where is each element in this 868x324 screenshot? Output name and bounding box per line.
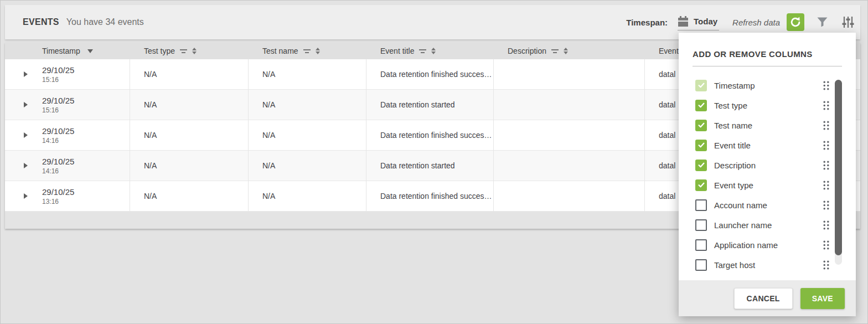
column-divider bbox=[130, 59, 130, 212]
column-checkbox[interactable] bbox=[695, 239, 707, 251]
cell-test-name: N/A bbox=[248, 151, 366, 181]
column-header-label: Test type bbox=[144, 47, 175, 55]
column-toggle-row: Event title bbox=[679, 135, 856, 155]
row-expander-icon[interactable] bbox=[24, 102, 28, 107]
cancel-button[interactable]: CANCEL bbox=[734, 288, 793, 309]
cell-description bbox=[493, 90, 644, 120]
column-header-test-type[interactable]: Test type bbox=[130, 43, 248, 59]
column-header-label: Timestamp bbox=[42, 47, 80, 55]
column-checkbox[interactable] bbox=[695, 199, 707, 211]
save-button[interactable]: SAVE bbox=[800, 288, 845, 309]
column-filter-icon[interactable] bbox=[419, 49, 426, 53]
row-expander-icon[interactable] bbox=[24, 132, 28, 138]
column-checkbox[interactable] bbox=[695, 259, 707, 271]
cell-description bbox=[493, 59, 644, 89]
drag-handle-icon[interactable] bbox=[823, 101, 829, 110]
drag-handle-icon[interactable] bbox=[823, 181, 829, 190]
drag-handle-icon[interactable] bbox=[823, 260, 829, 270]
column-toggle-row: Application name bbox=[679, 235, 856, 255]
cell-event-title: Data retention finished succes… bbox=[366, 120, 493, 150]
popup-title: ADD OR REMOVE COLUMNS bbox=[693, 49, 842, 59]
popup-column-list: Timestamp Test type bbox=[679, 75, 856, 272]
refresh-button[interactable] bbox=[787, 13, 804, 31]
checkmark-icon bbox=[698, 161, 705, 169]
column-filter-icon[interactable] bbox=[303, 49, 311, 53]
row-expander-icon[interactable] bbox=[24, 71, 28, 77]
column-checkbox[interactable] bbox=[695, 140, 707, 151]
column-divider bbox=[644, 59, 645, 212]
drag-handle-icon[interactable] bbox=[823, 141, 829, 150]
cell-timestamp: 29/10/25 15:16 bbox=[32, 59, 130, 89]
column-toggle-row: Timestamp bbox=[679, 75, 856, 95]
cell-timestamp: 29/10/25 15:16 bbox=[32, 90, 130, 120]
column-sort-icon[interactable] bbox=[564, 48, 568, 54]
column-header-description[interactable]: Description bbox=[493, 43, 644, 59]
timespan-value: Today bbox=[694, 17, 717, 26]
popup-scrollbar-thumb[interactable] bbox=[835, 80, 842, 255]
column-header-label: Description bbox=[508, 47, 546, 55]
column-filter-icon[interactable] bbox=[180, 49, 187, 53]
checkmark-icon bbox=[698, 81, 705, 89]
refresh-data-label: Refresh data bbox=[732, 18, 780, 27]
cell-event-title: Data retention finished succes… bbox=[366, 59, 493, 89]
column-sort-icon[interactable] bbox=[192, 48, 197, 54]
column-checkbox[interactable] bbox=[695, 179, 707, 191]
filter-button[interactable] bbox=[817, 17, 828, 28]
tune-sliders-icon bbox=[841, 16, 855, 29]
cell-test-type: N/A bbox=[130, 120, 248, 150]
column-header-test-name[interactable]: Test name bbox=[248, 43, 366, 59]
column-checkbox bbox=[695, 80, 707, 91]
column-checkbox[interactable] bbox=[695, 160, 707, 171]
cell-timestamp: 29/10/25 14:16 bbox=[32, 120, 130, 150]
column-checkbox[interactable] bbox=[695, 219, 707, 231]
refresh-icon bbox=[789, 16, 802, 28]
column-sort-icon[interactable] bbox=[316, 48, 320, 54]
cell-event-title: Data retention started bbox=[366, 90, 493, 120]
column-toggle-row: Target host bbox=[679, 255, 856, 272]
cell-test-type: N/A bbox=[130, 90, 248, 120]
column-header-event-title[interactable]: Event title bbox=[366, 43, 493, 59]
drag-handle-icon[interactable] bbox=[823, 121, 829, 130]
timespan-label: Timespan: bbox=[626, 18, 668, 27]
row-expander-icon[interactable] bbox=[24, 163, 28, 168]
cell-test-name: N/A bbox=[248, 90, 366, 120]
drag-handle-icon[interactable] bbox=[823, 81, 829, 90]
checkmark-icon bbox=[698, 181, 705, 189]
column-header-timestamp[interactable]: Timestamp bbox=[32, 43, 130, 59]
column-filter-icon[interactable] bbox=[551, 49, 559, 53]
column-checkbox[interactable] bbox=[695, 100, 707, 111]
page-title: EVENTS bbox=[23, 17, 59, 27]
cell-test-name: N/A bbox=[248, 181, 366, 211]
column-checkbox[interactable] bbox=[695, 120, 707, 131]
column-header-label: Event title bbox=[380, 47, 414, 55]
sort-desc-icon[interactable] bbox=[87, 49, 93, 53]
drag-handle-icon[interactable] bbox=[823, 220, 829, 230]
cell-timestamp: 29/10/25 14:16 bbox=[32, 151, 130, 181]
cell-event-title: Data retention finished succes… bbox=[366, 181, 493, 211]
drag-handle-icon[interactable] bbox=[823, 240, 829, 250]
drag-handle-icon[interactable] bbox=[823, 161, 829, 170]
column-divider bbox=[493, 59, 494, 212]
checkmark-icon bbox=[698, 141, 705, 149]
column-toggle-row: Test name bbox=[679, 115, 856, 135]
column-toggle-row: Event type bbox=[679, 175, 856, 195]
column-toggle-row: Description bbox=[679, 155, 856, 175]
filter-funnel-icon bbox=[817, 17, 828, 28]
cell-test-type: N/A bbox=[130, 181, 248, 211]
row-expander-icon[interactable] bbox=[24, 193, 28, 199]
column-toggle-row: Account name bbox=[679, 195, 856, 215]
page-title-group: EVENTS You have 34 events bbox=[23, 17, 144, 27]
drag-handle-icon[interactable] bbox=[823, 200, 829, 210]
timespan-select[interactable]: Today bbox=[678, 14, 719, 30]
column-divider bbox=[248, 59, 249, 212]
column-settings-button[interactable] bbox=[841, 16, 855, 29]
checkmark-icon bbox=[698, 101, 705, 109]
cell-test-type: N/A bbox=[130, 59, 248, 89]
cell-timestamp: 29/10/25 13:16 bbox=[32, 181, 130, 211]
cell-test-name: N/A bbox=[248, 120, 366, 150]
column-header-label: Test name bbox=[262, 47, 298, 55]
column-sort-icon[interactable] bbox=[431, 48, 436, 54]
cell-test-name: N/A bbox=[248, 59, 366, 89]
cell-test-type: N/A bbox=[130, 151, 248, 181]
popup-footer: CANCEL SAVE bbox=[679, 280, 856, 316]
